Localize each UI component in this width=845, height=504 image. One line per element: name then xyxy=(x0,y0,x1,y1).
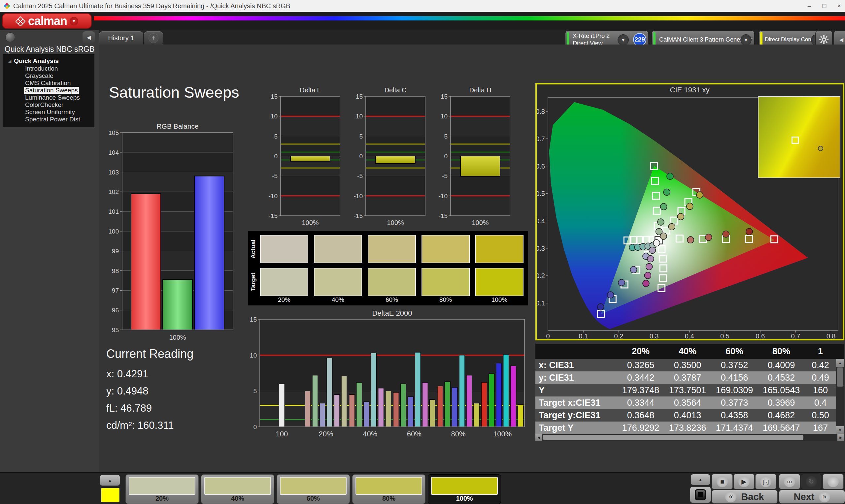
svg-text:40%: 40% xyxy=(363,430,377,438)
scroll-down-icon[interactable]: ▼ xyxy=(836,426,844,434)
sidebar-item-screen-uniformity[interactable]: Screen Uniformity xyxy=(3,109,94,116)
svg-text:98: 98 xyxy=(112,268,119,274)
swatch-target-20% xyxy=(260,268,308,296)
delta-l-chart: Delta L-15-10-5051015100% xyxy=(264,86,343,229)
svg-text:RGB Balance: RGB Balance xyxy=(156,123,198,130)
sidebar-item-colorchecker[interactable]: ColorChecker xyxy=(3,101,94,109)
svg-text:10: 10 xyxy=(441,113,447,120)
scroll-thumb[interactable] xyxy=(543,435,804,440)
calman-logo-button[interactable]: calman ▼ xyxy=(2,13,92,29)
pattern-level-button-60%[interactable]: 60% xyxy=(277,474,350,504)
table-row[interactable]: Target Y176.9292173.8236171.4374169.5647… xyxy=(535,421,836,434)
stop-button[interactable]: ■ xyxy=(712,474,733,489)
sidebar-item-luminance-sweeps[interactable]: Luminance Sweeps xyxy=(3,94,94,101)
table-row-label: x: CIE31 xyxy=(535,359,617,372)
tab-history-1[interactable]: History 1 xyxy=(99,31,143,44)
svg-text:100%: 100% xyxy=(387,219,404,226)
table-col-header: 20% xyxy=(617,344,664,359)
svg-text:5: 5 xyxy=(444,133,447,140)
blank-button[interactable] xyxy=(823,474,844,489)
sidebar: ◀ Quick Analysis NBC sRGB ◢Quick Analysi… xyxy=(0,30,99,472)
svg-text:103: 103 xyxy=(108,169,119,176)
svg-text:0: 0 xyxy=(546,332,550,339)
active-pattern-swatch[interactable] xyxy=(101,488,120,502)
svg-text:-5: -5 xyxy=(442,173,447,179)
pattern-up-button[interactable]: ▲ xyxy=(100,475,120,486)
current-reading-cdm2: cd/m²: 160.311 xyxy=(106,419,193,431)
table-vertical-scrollbar[interactable]: ▲▼ xyxy=(836,359,844,434)
scroll-up-icon[interactable]: ▲ xyxy=(836,359,844,367)
swatch-target-100% xyxy=(475,268,524,296)
svg-text:0.6: 0.6 xyxy=(756,332,765,339)
tab-history-label: History 1 xyxy=(108,34,134,42)
step-button[interactable]: [··] xyxy=(755,474,776,489)
tab-add-button[interactable]: + xyxy=(144,31,163,44)
measured-point-marker xyxy=(818,146,823,151)
back-button[interactable]: « Back xyxy=(712,490,778,504)
pattern-swatch xyxy=(431,477,498,495)
transport-up-button[interactable]: ▲ xyxy=(690,474,710,485)
pattern-level-button-40%[interactable]: 40% xyxy=(201,474,274,504)
table-cell: 0.3773 xyxy=(711,396,758,409)
svg-text:100: 100 xyxy=(108,228,119,235)
sidebar-item-introduction[interactable]: Introduction xyxy=(3,65,94,72)
cie-1931-panel[interactable]: CIE 1931 xy00.10.10.20.20.30.30.40.40.50… xyxy=(535,83,844,340)
sidebar-collapse-button[interactable]: ◀ xyxy=(83,31,95,43)
svg-text:105: 105 xyxy=(108,129,119,136)
chevron-down-icon[interactable]: ▼ xyxy=(740,34,752,46)
back-arrow-icon: « xyxy=(725,491,736,502)
sidebar-menu-button[interactable] xyxy=(5,32,15,42)
svg-text:-15: -15 xyxy=(439,212,447,219)
table-row[interactable]: Target x:CIE310.33440.35640.37730.39690.… xyxy=(535,396,836,409)
swatch-target-80% xyxy=(422,268,470,296)
next-label: Next xyxy=(794,491,815,502)
table-row[interactable]: x: CIE310.32650.35000.37520.40090.42 xyxy=(535,359,836,372)
svg-text:-10: -10 xyxy=(354,193,363,200)
svg-text:5: 5 xyxy=(253,388,257,395)
sidebar-item-cms-calibration[interactable]: CMS Calibration xyxy=(3,79,94,87)
svg-text:20%: 20% xyxy=(318,430,333,438)
table-cell: 169.5647 xyxy=(758,421,805,434)
table-row[interactable]: y: CIE310.34420.37870.41560.45320.49 xyxy=(535,372,836,384)
svg-text:0.1: 0.1 xyxy=(537,300,545,307)
current-reading-fl: fL: 46.789 xyxy=(106,402,193,414)
svg-text:0.8: 0.8 xyxy=(827,332,836,339)
meter-count-badge[interactable]: 229 xyxy=(633,33,646,46)
table-row[interactable]: Target y:CIE310.36480.40130.43580.46820.… xyxy=(535,409,836,421)
table-horizontal-scrollbar[interactable]: ◀▶ xyxy=(535,434,844,441)
chevron-down-icon[interactable]: ▼ xyxy=(618,34,629,46)
pattern-level-button-80%[interactable]: 80% xyxy=(352,474,425,504)
sidebar-item-saturation-sweeps[interactable]: Saturation Sweeps xyxy=(3,87,94,94)
pattern-level-button-20%[interactable]: 20% xyxy=(125,474,199,504)
scroll-left-icon[interactable]: ◀ xyxy=(535,434,542,441)
tree-root-label[interactable]: Quick Analysis xyxy=(14,57,59,65)
svg-text:5: 5 xyxy=(359,133,363,140)
svg-text:10: 10 xyxy=(271,113,278,120)
pattern-level-label: 80% xyxy=(353,495,425,502)
close-button[interactable]: × xyxy=(838,2,841,10)
rgb-balance-chart: RGB Balance95969798991001011021031041051… xyxy=(105,123,237,344)
scroll-thumb[interactable] xyxy=(837,367,843,386)
next-button[interactable]: Next » xyxy=(779,490,845,504)
maximize-button[interactable]: □ xyxy=(822,2,826,10)
table-cell: 0.3344 xyxy=(617,396,664,409)
pattern-window-button[interactable] xyxy=(690,487,711,503)
minimize-button[interactable]: – xyxy=(808,2,811,10)
table-row[interactable]: Y179.3748173.7501169.0309165.0543160 xyxy=(535,384,836,396)
sidebar-item-grayscale[interactable]: Grayscale xyxy=(3,72,94,79)
table-row-label: Y xyxy=(535,384,617,396)
svg-text:0.8: 0.8 xyxy=(537,108,545,115)
table-cell: 167 xyxy=(805,421,836,434)
logo-dropdown-arrow[interactable]: ▼ xyxy=(70,17,78,25)
loop-button[interactable]: ∞ xyxy=(779,474,800,489)
scroll-right-icon[interactable]: ▶ xyxy=(838,434,844,441)
table-col-header: 60% xyxy=(711,344,758,359)
sidebar-item-spectral-power-dist-[interactable]: Spectral Power Dist. xyxy=(3,116,94,123)
delta-h-chart: Delta H-15-10-5051015100% xyxy=(434,86,513,229)
swatch-target-60% xyxy=(368,268,416,296)
main-content: Saturation Sweeps RGB Balance95969798991… xyxy=(99,44,845,472)
play-button[interactable]: ▶ xyxy=(734,474,755,489)
tree-expand-icon[interactable]: ◢ xyxy=(8,59,11,63)
pattern-level-button-100%[interactable]: 100% xyxy=(428,474,501,504)
refresh-button[interactable]: ↻ xyxy=(801,474,822,489)
